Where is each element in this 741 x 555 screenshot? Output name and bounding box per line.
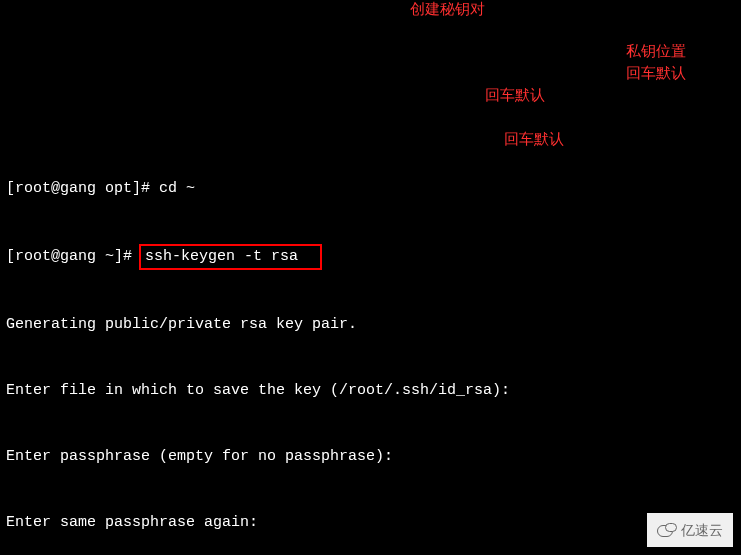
- annotation-create-keypair: 创建秘钥对: [410, 0, 485, 20]
- annotation-private-key-location: 私钥位置: [626, 40, 686, 62]
- cloud-icon: [657, 523, 677, 537]
- annotation-enter-default-1: 回车默认: [626, 62, 686, 84]
- prompt: [root@gang ~]#: [6, 248, 141, 265]
- watermark-text: 亿速云: [681, 519, 723, 541]
- highlighted-command: ssh-keygen -t rsa: [139, 244, 322, 270]
- terminal-line: [root@gang ~]# ssh-keygen -t rsa: [6, 244, 735, 270]
- terminal-line: Enter file in which to save the key (/ro…: [6, 380, 735, 402]
- terminal-output[interactable]: 创建秘钥对 私钥位置 回车默认 回车默认 回车默认 [root@gang opt…: [0, 0, 741, 555]
- terminal-line: Enter same passphrase again:: [6, 512, 735, 534]
- terminal-line: Generating public/private rsa key pair.: [6, 314, 735, 336]
- annotation-enter-default-2: 回车默认: [485, 84, 545, 106]
- annotation-enter-default-3: 回车默认: [504, 128, 564, 150]
- terminal-line: [root@gang opt]# cd ~: [6, 178, 735, 200]
- watermark-badge: 亿速云: [647, 513, 733, 547]
- terminal-line: Enter passphrase (empty for no passphras…: [6, 446, 735, 468]
